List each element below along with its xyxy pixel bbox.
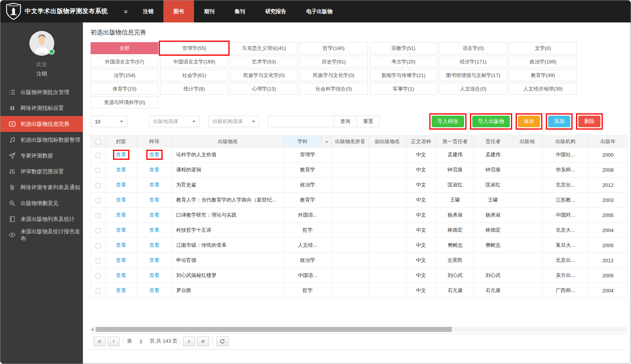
column-header-0[interactable]: 封面 [106,136,137,147]
sidebar-item-9[interactable]: 来源出版物及统计报告发布 [0,227,83,243]
category-button-16[interactable]: 民族学与文化学(0) [230,69,298,81]
action-button-0[interactable]: 导入样张 [432,116,464,127]
row-checkbox[interactable] [96,243,101,248]
column-header-7[interactable]: 第一责任者 [436,136,474,147]
top-menu-item-0[interactable]: 注销 [133,0,163,22]
view-cover-link[interactable]: 查看 [116,182,126,188]
action-button-4[interactable]: 删除 [578,116,600,127]
category-button-10[interactable]: 历史学(91) [300,56,367,68]
sidebar-item-4[interactable]: 专家评测数据 [0,148,83,164]
sidebar-item-3[interactable]: 初选出版物指标数据整理 [0,132,83,148]
view-cover-link[interactable]: 查看 [116,272,126,278]
row-checkbox[interactable] [96,153,101,158]
category-button-3[interactable]: 哲学(140) [300,42,367,54]
prev-page-button[interactable]: ‹ [108,336,120,346]
category-button-2[interactable]: 马克思主义理论(41) [230,42,298,54]
category-button-13[interactable]: 政治学(189) [509,56,577,68]
row-checkbox[interactable] [96,168,101,173]
column-header-5[interactable]: 副出版物名 [369,136,406,147]
reset-button[interactable]: 重置 [357,116,380,127]
column-header-9[interactable]: 出版地 [512,136,542,147]
first-page-button[interactable]: « [94,336,106,346]
row-checkbox[interactable] [96,228,101,233]
subject-filter-dropdown[interactable] [322,136,332,147]
view-sample-link[interactable]: 查看 [149,182,159,188]
row-checkbox[interactable] [96,183,101,188]
action-button-3[interactable]: 添加 [548,116,570,127]
sidebar-item-6[interactable]: 网络评测专家列表及通知 [0,179,83,195]
view-sample-link[interactable]: 查看 [149,272,159,278]
row-checkbox[interactable] [96,258,101,263]
view-sample-link[interactable]: 查看 [149,242,159,248]
view-cover-link[interactable]: 查看 [116,227,126,233]
column-header-2[interactable]: 出版物名 [172,136,284,147]
column-header-3[interactable]: 学科 [284,136,322,147]
category-button-12[interactable]: 经济学(171) [439,56,507,68]
view-cover-link[interactable]: 查看 [116,257,126,263]
row-checkbox[interactable] [96,289,101,294]
category-button-6[interactable]: 文学(0) [509,42,577,54]
page-number-input[interactable] [134,337,147,345]
horizontal-scrollbar[interactable] [91,327,627,332]
category-button-26[interactable]: 人文综合(0) [439,83,507,95]
category-button-1[interactable]: 管理学(55) [160,42,228,54]
category-button-17[interactable]: 民族学与文化学(0) [300,69,367,81]
action-button-2[interactable]: 保存 [518,116,540,127]
view-cover-link[interactable]: 查看 [116,212,126,218]
top-menu-item-4[interactable]: 研究报告 [255,0,296,22]
sidebar-item-7[interactable]: 出版物增删意见 [0,195,83,211]
column-header-1[interactable]: 样张 [137,136,172,147]
category-button-8[interactable]: 中国语言文学(169) [160,56,228,68]
category-button-24[interactable]: 社会科学综合(0) [300,83,367,95]
sidebar-item-0[interactable]: 出版物评测批次管理 [0,84,83,100]
category-button-9[interactable]: 艺术学(53) [230,56,298,68]
category-button-11[interactable]: 考古学(20) [370,56,437,68]
sidebar-logout-link[interactable]: 注销 [0,70,83,77]
sidebar-item-2[interactable]: 初选出版物信息完善 [0,116,83,132]
top-menu-item-5[interactable]: 电子出版物 [296,0,343,22]
column-header-11[interactable]: 出版年 [589,136,628,147]
view-cover-link[interactable]: 查看 [116,167,126,173]
page-size-select[interactable]: 10 [91,116,127,127]
view-sample-link[interactable]: 查看 [149,257,159,263]
column-header-10[interactable]: 出版机构 [542,136,589,147]
action-button-1[interactable]: 导入出版物 [472,116,510,127]
place-select[interactable]: 出版地选择 [149,116,200,127]
scroll-left-icon[interactable] [91,328,93,331]
category-button-20[interactable]: 教育学(49) [509,69,577,81]
sidebar-item-5[interactable]: 评审数据范围设置 [0,164,83,179]
view-sample-link[interactable]: 查看 [149,152,159,157]
view-sample-link[interactable]: 查看 [149,287,159,293]
view-cover-link[interactable]: 查看 [116,287,126,293]
view-cover-link[interactable]: 查看 [116,242,126,248]
category-button-22[interactable]: 统计学(8) [160,83,228,95]
view-sample-link[interactable]: 查看 [149,197,159,203]
view-sample-link[interactable]: 查看 [149,212,159,218]
category-button-7[interactable]: 外国语言文学(57) [91,56,158,68]
avatar[interactable] [29,31,54,56]
category-button-4[interactable]: 宗教学(51) [370,42,437,54]
view-cover-link[interactable]: 查看 [116,152,126,157]
next-page-button[interactable]: › [183,336,195,346]
menu-toggle-icon[interactable]: ≡ [124,8,128,15]
view-sample-link[interactable]: 查看 [149,167,159,173]
search-button[interactable]: 查询 [334,116,357,127]
scrollbar-thumb[interactable] [96,327,452,332]
category-button-25[interactable]: 军事学(1) [370,83,437,95]
search-input[interactable] [268,116,334,127]
sidebar-item-1[interactable]: 网络评测指标设置 [0,100,83,116]
view-cover-link[interactable]: 查看 [116,197,126,203]
select-all-checkbox[interactable] [96,139,101,144]
category-button-14[interactable]: 法学(154) [91,69,158,81]
org-select[interactable]: 出版机构选择 [208,116,259,127]
last-page-button[interactable]: » [197,336,209,346]
view-sample-link[interactable]: 查看 [149,227,159,233]
category-button-23[interactable]: 心理学(13) [230,83,298,95]
category-button-19[interactable]: 图书馆情报与文献学(17) [439,69,507,81]
category-button-5[interactable]: 语言学(0) [439,42,507,54]
category-button-28[interactable]: 资源与环境科学(0) [91,96,158,108]
row-checkbox[interactable] [96,198,101,203]
refresh-button[interactable] [216,336,228,346]
column-header-6[interactable]: 正文语种 [406,136,436,147]
category-button-21[interactable]: 体育学(15) [91,83,158,95]
